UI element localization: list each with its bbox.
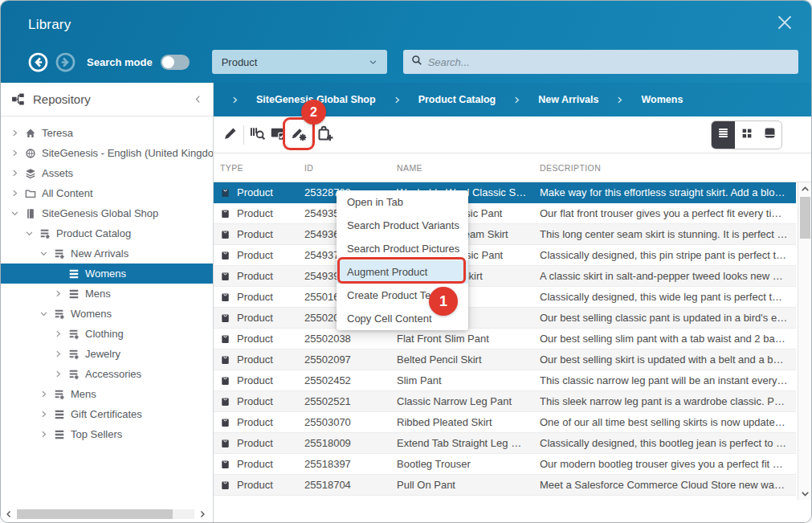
table-row[interactable]: Product25518009Extend Tab Straight Leg P… <box>214 433 796 454</box>
sidebar-item-sitegenesis-global-shop[interactable]: SiteGenesis Global Shop <box>1 203 213 223</box>
table-vertical-scrollbar[interactable] <box>798 182 811 500</box>
search-icon <box>411 55 422 69</box>
breadcrumb-chevron-icon <box>231 96 239 104</box>
sidebar-item-mens[interactable]: Mens <box>1 284 213 304</box>
sidebar-item-gift-certificates[interactable]: Gift Certificates <box>1 404 213 424</box>
vertical-scroll-thumb[interactable] <box>800 197 810 239</box>
chevron-right-icon[interactable] <box>40 390 48 398</box>
table-row[interactable]: Product25493971Tweed Pencil SkirtA class… <box>214 266 796 287</box>
menu-item-search-product-variants[interactable]: Search Product Variants <box>337 214 468 237</box>
back-arrow-icon <box>28 52 48 72</box>
chevron-right-icon[interactable] <box>11 190 19 198</box>
breadcrumb-item-new-arrivals[interactable]: New Arrivals <box>538 94 598 105</box>
search-box[interactable] <box>403 50 798 74</box>
chevron-right-icon[interactable] <box>11 129 19 137</box>
vertical-scroll-track[interactable] <box>800 195 810 487</box>
sidebar-collapse-button[interactable] <box>194 95 202 104</box>
sidebar-horizontal-scrollbar[interactable] <box>3 508 208 521</box>
edit-button[interactable] <box>220 121 241 149</box>
breadcrumb-item-product-catalog[interactable]: Product Catalog <box>418 94 496 105</box>
sidebar-item-jewelry[interactable]: Jewelry <box>1 344 213 364</box>
chevron-right-icon[interactable] <box>40 431 48 439</box>
chevron-down-icon[interactable] <box>40 310 48 318</box>
sidebar-item-clothing[interactable]: Clothing <box>1 324 213 344</box>
product-icon <box>220 417 231 428</box>
sidebar-item-accessories[interactable]: Accessories <box>1 364 213 384</box>
name-cell: Classic Narrow Leg Pant <box>392 395 535 407</box>
table-row[interactable]: Product25493571Flat Front Classic PantOu… <box>214 203 796 224</box>
table-row[interactable]: Product25502038Flat Front Slim PantOur b… <box>214 329 796 349</box>
sidebar-item-teresa[interactable]: Teresa <box>1 123 213 143</box>
type-select[interactable]: Product <box>212 50 387 74</box>
folder-icon <box>25 188 36 199</box>
table-row[interactable]: Product25518397Bootleg TrouserOur modern… <box>214 454 796 475</box>
table-row[interactable]: Product25518704Pull On PantMeet a Salesf… <box>214 475 796 496</box>
chevron-right-icon[interactable] <box>55 350 63 358</box>
tree-item-label: Top Sellers <box>71 428 122 440</box>
sidebar-item-womens[interactable]: Womens <box>1 304 213 324</box>
scroll-up-button[interactable] <box>801 182 810 195</box>
search-mode-toggle[interactable] <box>161 55 190 70</box>
create-product-button[interactable] <box>315 121 336 149</box>
horizontal-scroll-thumb[interactable] <box>17 509 173 519</box>
menu-item-open-in-tab[interactable]: Open in Tab <box>337 190 468 214</box>
sidebar-item-top-sellers[interactable]: Top Sellers <box>1 424 213 444</box>
chevron-right-icon[interactable] <box>55 370 63 378</box>
menu-item-augment-product[interactable]: Augment Product <box>337 260 468 284</box>
table-row[interactable]: Product25502097Belted Pencil SkirtOur be… <box>214 349 796 370</box>
scroll-down-button[interactable] <box>801 487 810 500</box>
search-input[interactable] <box>428 56 790 68</box>
augment-product-button[interactable] <box>288 121 309 149</box>
chevron-right-icon[interactable] <box>11 170 19 178</box>
sidebar-item-new-arrivals[interactable]: New Arrivals <box>1 243 213 264</box>
scroll-right-button[interactable] <box>197 510 208 518</box>
card-view-button[interactable] <box>758 121 781 149</box>
column-header-name[interactable]: NAME <box>392 163 535 173</box>
sidebar-item-all-content[interactable]: All Content <box>1 183 213 203</box>
scroll-left-button[interactable] <box>3 510 14 518</box>
back-button[interactable] <box>28 52 48 72</box>
sidebar-item-womens[interactable]: Womens <box>1 264 213 284</box>
list-star-icon <box>68 369 80 380</box>
search-product-pictures-button[interactable] <box>267 121 288 149</box>
table-row[interactable]: Product25502026Classic PantOur best sell… <box>214 308 796 329</box>
list-star-icon <box>39 228 51 239</box>
chevron-right-icon[interactable] <box>55 330 63 338</box>
chevron-right-icon[interactable] <box>40 411 48 419</box>
table-row[interactable]: Product25493613Long Center Seam SkirtThi… <box>214 224 796 245</box>
chevron-right-icon[interactable] <box>11 149 19 157</box>
pencil-icon <box>223 126 238 144</box>
table-row[interactable]: Product25503070Ribbed Pleated SkirtOne o… <box>214 412 796 433</box>
sidebar-item-product-catalog[interactable]: Product Catalog <box>1 223 213 243</box>
sidebar-item-mens[interactable]: Mens <box>1 384 213 404</box>
chevron-right-icon[interactable] <box>55 290 63 298</box>
table-body: Product25328702Washable Wool Classic Str… <box>214 182 811 500</box>
close-button[interactable] <box>774 14 795 35</box>
chevron-down-icon[interactable] <box>40 250 48 258</box>
horizontal-scroll-track[interactable] <box>17 509 194 519</box>
chevron-down-icon[interactable] <box>11 210 19 218</box>
table-row[interactable]: Product25518730Tapered Leg PantOur best … <box>214 496 796 500</box>
breadcrumb-item-womens[interactable]: Womens <box>641 94 683 105</box>
menu-item-search-product-pictures[interactable]: Search Product Pictures <box>337 237 468 260</box>
tree-item-label: New Arrivals <box>71 247 129 259</box>
column-header-id[interactable]: ID <box>300 163 392 173</box>
table-row[interactable]: Product25502521Classic Narrow Leg PantTh… <box>214 391 796 412</box>
forward-button[interactable] <box>55 52 75 72</box>
grid-view-button[interactable] <box>735 121 758 149</box>
column-header-description[interactable]: DESCRIPTION <box>535 163 796 173</box>
sidebar-item-assets[interactable]: Assets <box>1 163 213 183</box>
title-bar: Library Search mode Product <box>1 1 811 83</box>
type-label: Product <box>237 312 273 324</box>
table-row[interactable]: Product25502452Slim PantThis classic nar… <box>214 370 796 391</box>
column-header-type[interactable]: TYPE <box>214 163 300 173</box>
list-view-button[interactable] <box>712 121 735 149</box>
table-row[interactable]: Product25493785Pin Stripe Classic PantCl… <box>214 245 796 266</box>
table-row[interactable]: Product25501673Wide Leg PantClassically … <box>214 287 796 308</box>
chevron-down-icon[interactable] <box>26 230 34 238</box>
table-row[interactable]: Product25328702Washable Wool Classic Str… <box>214 182 796 203</box>
search-product-variants-button[interactable] <box>247 121 267 149</box>
sidebar-item-sitegenesis-english-united-kingdom[interactable]: SiteGenesis - English (United Kingdom) <box>1 143 213 163</box>
content-panel: SiteGenesis Global ShopProduct CatalogNe… <box>214 83 811 523</box>
tree-item-label: All Content <box>42 187 93 199</box>
